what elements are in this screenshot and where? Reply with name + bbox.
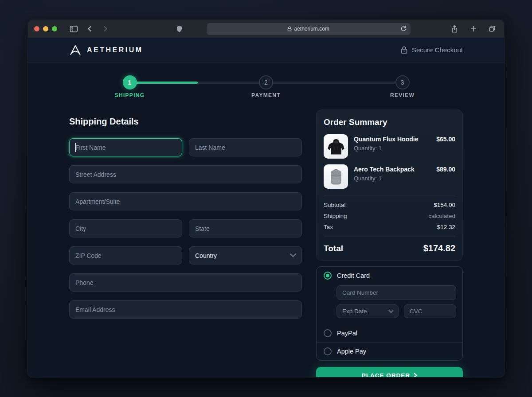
shipping-value: calculated — [428, 213, 455, 219]
step-review-label: REVIEW — [390, 92, 415, 98]
order-summary-card: Order Summary — [316, 109, 463, 261]
cvc-field — [404, 304, 456, 318]
cvc-input[interactable] — [404, 305, 456, 318]
last-name-field — [189, 138, 302, 156]
browser-window: aetherium.com — [27, 19, 505, 378]
brand-logo[interactable]: AETHERIUM — [69, 44, 143, 56]
aetherium-logo-icon — [69, 44, 82, 56]
payment-methods: Credit Card Exp Date — [316, 266, 463, 361]
step-payment-circle[interactable]: 2 — [259, 75, 273, 90]
item-name: Quantum Flux Hoodie — [354, 136, 430, 143]
url-text: aetherium.com — [294, 26, 329, 32]
subtotal-label: Subtotal — [324, 202, 346, 208]
item-quantity: Quantity: 1 — [354, 175, 430, 182]
chevron-right-icon — [414, 373, 417, 378]
close-button[interactable] — [34, 26, 39, 31]
forward-button-icon[interactable] — [100, 23, 111, 35]
item-quantity: Quantity: 1 — [354, 145, 430, 152]
privacy-shield-icon[interactable] — [173, 23, 185, 35]
window-controls — [34, 26, 57, 31]
card-number-field — [336, 285, 456, 300]
new-tab-icon[interactable] — [468, 23, 479, 35]
backpack-icon — [326, 167, 346, 187]
desktop-background: aetherium.com — [0, 0, 532, 397]
exp-date-value: Exp Date — [342, 308, 367, 315]
city-input[interactable] — [70, 220, 182, 237]
share-icon[interactable] — [449, 23, 461, 35]
exp-date-select[interactable]: Exp Date — [336, 304, 399, 318]
brand-name: AETHERIUM — [87, 46, 143, 54]
email-input[interactable] — [70, 301, 301, 318]
card-number-input[interactable] — [337, 286, 456, 300]
step-shipping-label: SHIPPING — [115, 92, 145, 98]
phone-field — [69, 273, 302, 292]
item-name: Aero Tech Backpack — [354, 166, 430, 173]
order-column: Order Summary — [316, 109, 463, 378]
product-thumbnail — [324, 134, 348, 159]
place-order-button[interactable]: PLACE ORDER — [316, 367, 463, 378]
country-select-value: Country — [195, 252, 217, 259]
subtotal-value: $154.00 — [434, 202, 455, 208]
step-shipping-circle[interactable]: 1 — [123, 75, 137, 90]
shipping-row: Shipping calculated — [324, 213, 455, 219]
step-review-circle[interactable]: 3 — [395, 75, 410, 90]
product-thumbnail — [324, 164, 348, 189]
divider — [324, 237, 455, 237]
payment-option-paypal[interactable]: PayPal — [317, 324, 462, 342]
subtotal-row: Subtotal $154.00 — [324, 202, 455, 208]
zoom-button[interactable] — [52, 26, 57, 31]
order-item: Quantum Flux Hoodie Quantity: 1 $65.00 — [324, 134, 455, 159]
payment-option-credit-card[interactable]: Credit Card — [317, 267, 462, 284]
order-summary-title: Order Summary — [324, 117, 455, 127]
tax-label: Tax — [324, 224, 333, 230]
street-address-input[interactable] — [70, 166, 301, 183]
email-field — [69, 300, 302, 319]
shipping-label: Shipping — [324, 213, 347, 219]
state-input[interactable] — [189, 220, 301, 237]
lock-icon — [400, 46, 408, 54]
tab-overview-icon[interactable] — [486, 23, 498, 35]
credit-card-form: Exp Date — [317, 284, 462, 324]
secure-checkout-badge: Secure Checkout — [400, 46, 463, 54]
first-name-field — [69, 138, 182, 156]
sidebar-toggle-icon[interactable] — [68, 23, 79, 35]
stepper-track-1 — [137, 82, 259, 84]
order-item: Aero Tech Backpack Quantity: 1 $89.00 — [324, 164, 455, 189]
radio-unchecked-icon[interactable] — [324, 329, 332, 337]
apartment-suite-field — [69, 192, 302, 210]
zip-code-field — [69, 246, 182, 265]
phone-input[interactable] — [70, 274, 301, 291]
street-address-field — [69, 165, 302, 183]
zip-code-input[interactable] — [70, 247, 182, 264]
chevron-down-icon — [290, 253, 296, 257]
reload-icon[interactable] — [400, 25, 407, 32]
last-name-input[interactable] — [189, 139, 301, 156]
total-row: Total $174.82 — [324, 243, 455, 253]
back-button-icon[interactable] — [84, 23, 95, 35]
shipping-form: Shipping Details — [69, 109, 302, 327]
address-bar[interactable]: aetherium.com — [207, 23, 411, 35]
first-name-input[interactable] — [70, 139, 182, 156]
checkout-page: 1 2 3 SHIPPING PAYMENT REVIEW Shipping D… — [28, 75, 504, 378]
hoodie-icon — [326, 137, 346, 156]
secure-checkout-label: Secure Checkout — [412, 46, 463, 54]
radio-checked-icon[interactable] — [324, 272, 332, 280]
country-select[interactable]: Country — [189, 246, 302, 265]
browser-toolbar: aetherium.com — [28, 20, 504, 38]
item-price: $89.00 — [436, 164, 455, 173]
chevron-down-icon — [388, 310, 394, 313]
stepper-track-2 — [273, 82, 395, 84]
stepper-progress-fill — [137, 82, 198, 84]
apartment-suite-input[interactable] — [70, 193, 301, 210]
toolbar-right-icons — [449, 23, 498, 35]
url-lock-icon — [287, 26, 292, 31]
minimize-button[interactable] — [43, 26, 48, 31]
place-order-label: PLACE ORDER — [362, 372, 410, 378]
radio-unchecked-icon[interactable] — [324, 347, 332, 355]
paypal-label: PayPal — [337, 330, 357, 337]
apple-pay-label: Apple Pay — [337, 348, 366, 355]
item-price: $65.00 — [436, 134, 455, 143]
shipping-form-title: Shipping Details — [69, 117, 302, 127]
site-header: AETHERIUM Secure Checkout — [28, 38, 504, 62]
payment-option-apple-pay[interactable]: Apple Pay — [317, 342, 462, 360]
